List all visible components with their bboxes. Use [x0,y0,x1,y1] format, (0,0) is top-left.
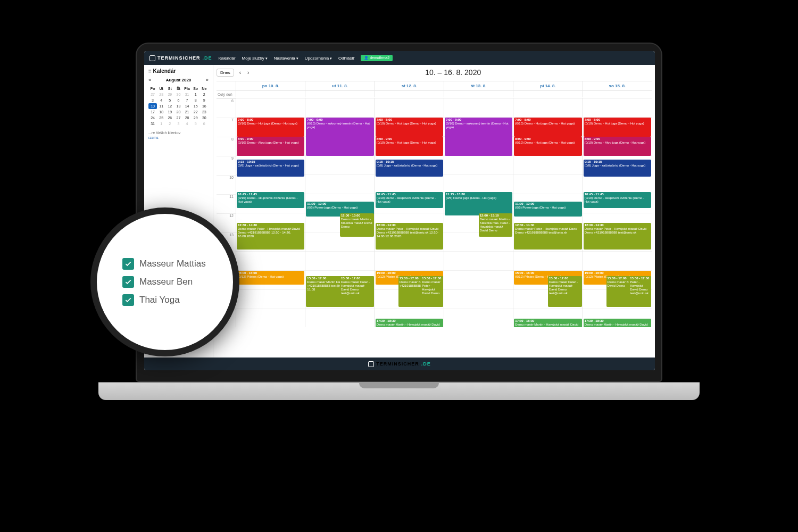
mini-cal-next[interactable]: » [206,77,209,82]
mini-cal-day[interactable]: 11 [157,103,165,109]
brand-logo[interactable]: TERMINSICHER.DE [149,55,212,61]
mini-cal-day[interactable]: 25 [157,115,165,121]
mini-cal-day[interactable]: 4 [157,97,165,103]
calendar-event[interactable]: 8:00 - 9:00(0/10) Demo - Akro joga (Demo… [237,137,304,156]
mini-cal-day[interactable]: 21 [183,109,192,115]
calendar-event[interactable]: 15:30 - 17:00Demo masér Peter - Havajská… [548,276,582,307]
day-header[interactable]: ut 11. 8. [305,81,374,90]
calendar-event[interactable]: 11:00 - 12:00(0/5) Power joga (Demo - Ho… [514,202,581,217]
mini-cal-day[interactable]: 27 [174,115,182,121]
calendar-event[interactable]: 7:00 - 9:00(0/10) Demo - sukromný termín… [445,118,512,156]
mini-cal-day[interactable]: 4 [183,121,192,127]
day-header[interactable]: št 13. 8. [444,81,513,90]
nav-moje služby[interactable]: Moje služby [242,56,268,61]
nav-upozornenia[interactable]: Upozornenia [305,56,332,61]
allday-cell[interactable] [375,91,444,97]
filter-checkbox-item[interactable]: Masseur Ben [122,276,233,288]
allday-cell[interactable] [305,91,374,97]
mini-cal-day[interactable]: 2 [165,121,174,127]
mini-cal-day[interactable]: 26 [165,115,174,121]
mini-cal-day[interactable]: 9 [200,97,209,103]
sidebar-link[interactable]: rzsms [148,136,209,139]
day-header[interactable]: pi 14. 8. [513,81,582,90]
calendar-event[interactable]: 12:00 - 13:00Demo masér Martin - Klasick… [340,213,374,237]
mini-cal-day[interactable]: 2 [200,92,209,97]
calendar-event[interactable]: 12:30 - 14:30Demo masér Peter - Havajská… [584,223,651,250]
mini-cal-day[interactable]: 3 [174,121,182,127]
mini-cal-prev[interactable]: « [148,77,151,82]
day-column[interactable]: 7:00 - 9:00(0/10) Demo - sukromný termín… [305,98,374,327]
user-chip[interactable]: 👤 demofirma2 [361,55,393,61]
mini-cal-day[interactable]: 23 [200,109,209,115]
filter-checkbox-item[interactable]: Masseur Mattias [122,258,233,270]
mini-cal-day[interactable]: 7 [183,97,192,103]
day-header[interactable]: po 10. 8. [236,81,305,90]
calendar-event[interactable]: 12:30 - 14:30Demo masér Peter - Havajská… [514,223,581,250]
mini-cal-day[interactable]: 1 [192,92,200,97]
calendar-event[interactable]: 11:15 - 13:30(0/5) Power joga (Demo - Ho… [445,192,512,215]
day-column[interactable]: 7:00 - 8:00(0/10) Demo - Hot joga (Demo … [513,98,582,327]
day-column[interactable]: 7:00 - 8:00(0/10) Demo - Hot joga (Demo … [583,98,652,327]
today-button[interactable]: Dnes [217,69,234,77]
mini-cal-day[interactable]: 6 [174,97,182,103]
mini-cal-day[interactable]: 6 [200,121,209,127]
next-week-button[interactable]: › [246,70,250,76]
day-header[interactable]: so 15. 8. [583,81,652,90]
calendar-event[interactable]: 17:30 - 18:30Demo masér Martin - Havajsk… [514,319,581,327]
mini-cal-day[interactable]: 31 [148,121,157,127]
mini-cal-day[interactable]: 29 [165,92,174,97]
mini-cal-day[interactable]: 28 [157,92,165,97]
calendar-event[interactable]: 15:30 - 17:00Demo masér Peter - Havajská… [340,276,374,307]
calendar-event[interactable]: 7:00 - 8:00(0/10) Demo - Hot joga (Demo … [584,118,651,137]
day-column[interactable]: 7:00 - 8:00(0/10) Demo - Hot joga (Demo … [236,98,305,327]
allday-cell[interactable] [444,91,513,97]
mini-cal-day[interactable]: 19 [165,109,174,115]
mini-cal-day[interactable]: 10 [148,103,157,109]
calendar-event[interactable]: 17:30 - 18:30Demo masér Martin - Havajsk… [584,319,651,327]
calendar-event[interactable]: 12:30 - 14:30Demo masér Peter - Havajská… [237,223,304,250]
mini-cal-day[interactable]: 20 [174,109,182,115]
mini-cal-day[interactable]: 17 [148,109,157,115]
prev-week-button[interactable]: ‹ [238,70,242,76]
mini-cal-day[interactable]: 27 [148,92,157,97]
calendar-event[interactable]: 8:00 - 9:00(0/10) Demo - Hot joga (Demo … [514,137,581,156]
day-column[interactable]: 7:00 - 8:00(0/10) Demo - Hot joga (Demo … [375,98,444,327]
allday-cell[interactable] [236,91,305,97]
calendar-event[interactable]: 7:00 - 9:00(0/10) Demo - sukromný termín… [306,118,373,156]
mini-cal-day[interactable]: 1 [157,121,165,127]
calendar-event[interactable]: 12:00 - 13:10Demo masér Martin - Klasick… [479,213,513,237]
calendar-event[interactable]: 7:00 - 8:00(0/10) Demo - Hot joga (Demo … [514,118,581,137]
allday-cell[interactable] [583,91,652,97]
mini-cal-day[interactable]: 5 [165,97,174,103]
mini-cal-day[interactable]: 29 [192,115,200,121]
calendar-event[interactable]: 9:15 - 10:15(0/8) Joga - začiatočníci (D… [376,160,443,177]
filter-checkbox-item[interactable]: Thai Yoga [122,294,233,306]
calendar-event[interactable]: 10:45 - 11:45(0/10) Demo - skupinové cvi… [376,192,443,208]
mini-cal-day[interactable]: 24 [148,115,157,121]
day-header[interactable]: st 12. 8. [375,81,444,90]
allday-cell[interactable] [513,91,582,97]
calendar-event[interactable]: 17:30 - 18:30Demo masér Martin - Havajsk… [376,319,443,327]
mini-cal-day[interactable]: 30 [200,115,209,121]
calendar-event[interactable]: 8:00 - 9:00(0/10) Demo - Hot joga (Demo … [376,137,443,156]
mini-cal-day[interactable]: 3 [148,97,157,103]
mini-cal-day[interactable]: 31 [183,92,192,97]
mini-cal-day[interactable]: 28 [183,115,192,121]
calendar-event[interactable]: 12:30 - 14:30Demo masér Peter - Havajská… [376,223,443,250]
mini-cal-day[interactable]: 15 [192,103,200,109]
nav-kalendár[interactable]: Kalendár [219,56,236,61]
calendar-event[interactable]: 10:45 - 11:45(0/10) Demo - skupinové cvi… [237,192,304,208]
calendar-event[interactable]: 9:15 - 10:15(0/8) Joga - začiatočníci (D… [584,160,651,177]
mini-cal-day[interactable]: 12 [165,103,174,109]
mini-cal-day[interactable]: 13 [174,103,182,109]
mini-cal-day[interactable]: 16 [200,103,209,109]
mini-cal-day[interactable]: 22 [192,109,200,115]
mini-cal-day[interactable]: 14 [183,103,192,109]
mini-cal-day[interactable]: 18 [157,109,165,115]
calendar-event[interactable]: 9:15 - 10:15(0/8) Joga - začiatočníci (D… [237,160,304,177]
calendar-event[interactable]: 8:00 - 9:00(0/10) Demo - Akro joga (Demo… [584,137,651,156]
calendar-event[interactable]: 7:00 - 8:00(0/10) Demo - Hot joga (Demo … [237,118,304,137]
mini-cal-day[interactable]: 30 [174,92,182,97]
calendar-event[interactable]: 10:45 - 11:45(0/10) Demo - skupinové cvi… [584,192,651,208]
calendar-event[interactable]: 15:30 - 17:00Peter - Havajská David Demo… [629,276,651,307]
